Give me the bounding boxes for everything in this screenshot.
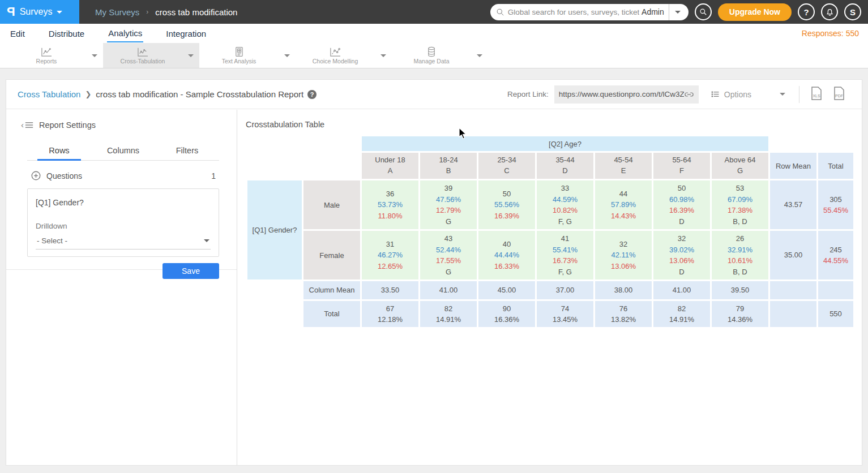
report-link-field (554, 85, 699, 104)
svg-text:PDF: PDF (835, 94, 843, 98)
total-cell: 7413.45% (537, 301, 593, 327)
nav-item-analytics[interactable]: Analytics (107, 25, 143, 42)
crosstab-table-title: Crosstabulation Table (246, 120, 862, 129)
manage-data-dropdown-caret[interactable] (471, 43, 488, 68)
data-cell: 4457.89%14.43% (595, 180, 652, 229)
data-cell: 4044.44%16.33% (478, 231, 535, 280)
export-xls-button[interactable]: XLS (810, 86, 823, 103)
notifications-button[interactable] (821, 3, 838, 20)
column-mean-empty (770, 281, 816, 299)
add-question-icon[interactable] (31, 171, 41, 180)
drilldown-select-value: - Select - (37, 236, 204, 245)
crosstab-area: Crosstabulation Table [Q2] Age? Under 18… (237, 110, 862, 465)
survey-nav: Edit Distribute Analytics Integration Re… (0, 24, 868, 43)
total-cell: 8214.91% (420, 301, 477, 327)
collapse-panel-icon[interactable]: ‹ (21, 120, 33, 130)
tab-columns[interactable]: Columns (91, 142, 155, 160)
upgrade-now-button[interactable]: Upgrade Now (718, 3, 792, 21)
column-header: 25-34C (478, 153, 535, 179)
tab-reports[interactable]: Reports (7, 43, 103, 68)
search-scope-dropdown[interactable] (669, 11, 683, 14)
analytics-toolbar: Reports Cross-Tabulation Text Analysis C… (0, 43, 868, 68)
data-cell: 4155.41%16.73%F, G (537, 231, 593, 280)
help-button[interactable]: ? (798, 3, 815, 20)
top-navbar: P Surveys My Surveys › cross tab modific… (0, 0, 868, 24)
chevron-down-icon (204, 239, 209, 242)
column-group-row: [Q2] Age? (247, 136, 853, 151)
export-pdf-button[interactable]: PDF (832, 86, 846, 103)
column-mean-cell: 37.00 (537, 281, 593, 299)
total-cell: 7613.82% (595, 301, 652, 327)
report-title: cross tab modification - Sample Crosstab… (96, 89, 303, 99)
column-mean-cell: 41.00 (653, 281, 710, 299)
global-search-input[interactable] (508, 8, 639, 16)
app-logo[interactable]: P Surveys (0, 0, 79, 24)
bell-icon (826, 8, 834, 16)
table-row-male: [Q1] Gender? Male 3653.73%11.80% 3947.56… (247, 180, 853, 229)
search-button[interactable] (695, 3, 712, 20)
report-help-icon[interactable]: ? (307, 90, 317, 99)
report-link-input[interactable] (559, 90, 684, 98)
text-analysis-dropdown-caret[interactable] (279, 43, 296, 68)
row-mean-cell: 35.00 (770, 231, 816, 280)
questionpro-logo-icon: P (7, 6, 15, 18)
divider (799, 86, 799, 103)
table-row-female: Female 3146.27%12.65% 4352.44%17.55%G 40… (247, 231, 853, 280)
link-icon[interactable] (684, 91, 694, 98)
data-cell: 3146.27%12.65% (362, 231, 418, 280)
responses-count[interactable]: Responses: 550 (802, 29, 859, 38)
options-dropdown[interactable]: Options (711, 90, 785, 99)
tab-choice-modelling[interactable]: Choice Modelling (296, 43, 392, 68)
total-cell: 8214.91% (653, 301, 710, 327)
nav-item-edit[interactable]: Edit (9, 25, 26, 42)
global-search: Admin (490, 4, 689, 20)
row-label: Male (303, 180, 360, 229)
column-group-header: [Q2] Age? (362, 136, 768, 151)
report-link-label: Report Link: (507, 90, 549, 98)
row-mean-cell: 43.57 (770, 180, 816, 229)
column-mean-cell: 39.50 (712, 281, 768, 299)
tab-rows[interactable]: Rows (27, 142, 91, 160)
tab-cross-tabulation[interactable]: Cross-Tabulation (103, 43, 199, 68)
breadcrumb-my-surveys[interactable]: My Surveys (95, 7, 139, 17)
row-group-header: [Q1] Gender? (247, 180, 302, 280)
breadcrumb-current-survey: cross tab modification (155, 7, 237, 17)
cross-tabulation-dropdown-caret[interactable] (182, 43, 199, 68)
questions-label: Questions (46, 171, 82, 180)
tab-manage-data[interactable]: Manage Data (392, 43, 488, 68)
reports-dropdown-caret[interactable] (86, 43, 103, 68)
options-caret-icon (780, 93, 785, 96)
total-row-label: Total (303, 301, 360, 327)
tab-text-analysis[interactable]: Text Analysis (199, 43, 296, 68)
column-mean-label: Column Mean (303, 281, 360, 299)
choice-modelling-dropdown-caret[interactable] (375, 43, 392, 68)
column-mean-cell: 45.00 (478, 281, 535, 299)
column-header: 18-24B (420, 153, 477, 179)
cross-tabulation-breadcrumb-link[interactable]: Cross Tabulation (18, 89, 80, 99)
total-header: Total (818, 153, 853, 179)
data-cell: 5060.98%16.39%D (653, 180, 710, 229)
account-avatar[interactable]: S (844, 3, 861, 20)
row-label: Female (303, 231, 360, 280)
column-header: Under 18A (362, 153, 418, 179)
total-cell: 7914.36% (712, 301, 768, 327)
report-header: Cross Tabulation ❯ cross tab modificatio… (6, 80, 862, 109)
data-cell: 2632.91%10.61%B, D (712, 231, 768, 280)
data-cell: 3239.02%13.06%D (653, 231, 710, 280)
cross-tabulation-icon (136, 47, 149, 57)
search-scope-label: Admin (642, 7, 664, 16)
list-options-icon (711, 91, 720, 98)
nav-item-distribute[interactable]: Distribute (48, 25, 85, 42)
product-switcher-caret-icon (57, 11, 62, 14)
column-mean-cell: 33.50 (362, 281, 418, 299)
column-mean-row: Column Mean 33.50 41.00 45.00 37.00 38.0… (247, 281, 853, 299)
drilldown-select[interactable]: - Select - (36, 231, 211, 250)
top-breadcrumb: My Surveys › cross tab modification (95, 7, 237, 17)
crosstab-table: [Q2] Age? Under 18A 18-24B 25-34C 35-44D… (246, 135, 855, 329)
nav-item-integration[interactable]: Integration (165, 25, 207, 42)
column-mean-empty (818, 281, 853, 299)
data-cell: 3653.73%11.80% (362, 180, 418, 229)
tab-filters[interactable]: Filters (155, 142, 219, 160)
report-settings-panel: ‹ Report Settings Rows Columns Filters Q… (6, 110, 237, 465)
save-button[interactable]: Save (163, 263, 219, 279)
